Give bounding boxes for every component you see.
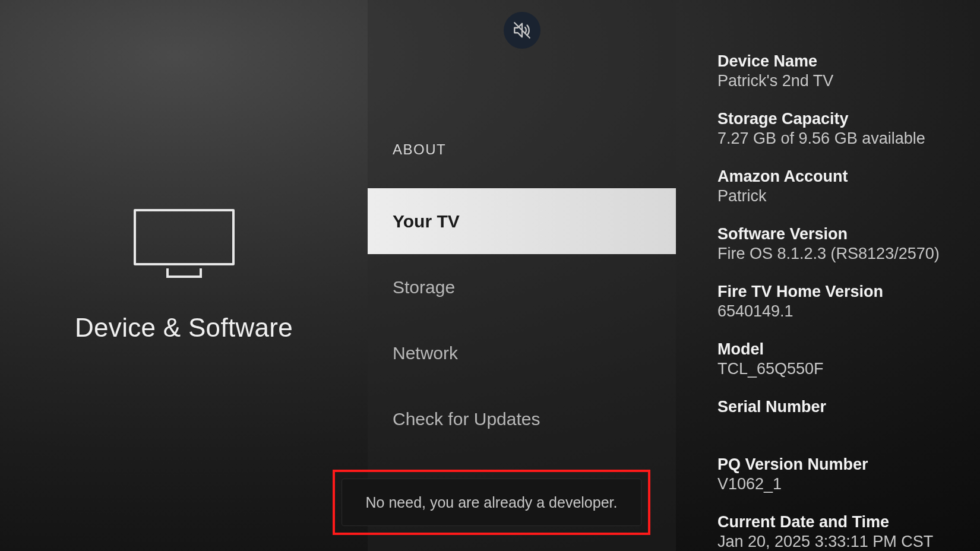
- detail-value: Jan 20, 2025 3:33:11 PM CST: [717, 533, 962, 551]
- detail-label: Device Name: [717, 52, 962, 71]
- detail-model: Model TCL_65Q550F: [717, 340, 962, 379]
- detail-value: 7.27 GB of 9.56 GB available: [717, 129, 962, 148]
- menu-check-updates[interactable]: Check for Updates: [368, 386, 676, 452]
- detail-label: Current Date and Time: [717, 513, 962, 531]
- detail-firetv-home-version: Fire TV Home Version 6540149.1: [717, 283, 962, 321]
- detail-amazon-account: Amazon Account Patrick: [717, 167, 962, 206]
- detail-device-name: Device Name Patrick's 2nd TV: [717, 52, 962, 91]
- detail-value: V1062_1: [717, 475, 962, 494]
- detail-label: Storage Capacity: [717, 110, 962, 128]
- detail-label: Fire TV Home Version: [717, 283, 962, 301]
- about-header: ABOUT: [393, 141, 446, 158]
- detail-value: [717, 417, 962, 436]
- menu-item-label: Network: [393, 343, 458, 363]
- detail-label: Serial Number: [717, 398, 962, 416]
- detail-value: 6540149.1: [717, 302, 962, 321]
- detail-serial-number: Serial Number: [717, 398, 962, 436]
- detail-value: Patrick: [717, 187, 962, 206]
- mute-icon: [504, 12, 540, 49]
- detail-value: Fire OS 8.1.2.3 (RS8123/2570): [717, 245, 962, 264]
- detail-value: TCL_65Q550F: [717, 360, 962, 379]
- detail-datetime: Current Date and Time Jan 20, 2025 3:33:…: [717, 513, 962, 551]
- detail-label: PQ Version Number: [717, 455, 962, 474]
- tv-icon: [134, 209, 235, 277]
- detail-label: Software Version: [717, 225, 962, 243]
- menu-your-tv[interactable]: Your TV: [368, 188, 676, 254]
- left-section: Device & Software: [0, 0, 368, 551]
- detail-label: Model: [717, 340, 962, 359]
- menu-item-label: Your TV: [393, 211, 460, 232]
- menu-network[interactable]: Network: [368, 320, 676, 386]
- detail-value: Patrick's 2nd TV: [717, 72, 962, 91]
- menu-column: ABOUT Your TV Storage Network Check for …: [368, 0, 676, 551]
- detail-pq-version: PQ Version Number V1062_1: [717, 455, 962, 494]
- detail-column: Device Name Patrick's 2nd TV Storage Cap…: [676, 0, 980, 551]
- menu-items: Your TV Storage Network Check for Update…: [368, 188, 676, 452]
- menu-storage[interactable]: Storage: [368, 254, 676, 320]
- page-title: Device & Software: [75, 313, 293, 343]
- detail-software-version: Software Version Fire OS 8.1.2.3 (RS8123…: [717, 225, 962, 264]
- menu-item-label: Check for Updates: [393, 409, 540, 429]
- detail-label: Amazon Account: [717, 167, 962, 186]
- detail-storage-capacity: Storage Capacity 7.27 GB of 9.56 GB avai…: [717, 110, 962, 148]
- menu-item-label: Storage: [393, 277, 455, 297]
